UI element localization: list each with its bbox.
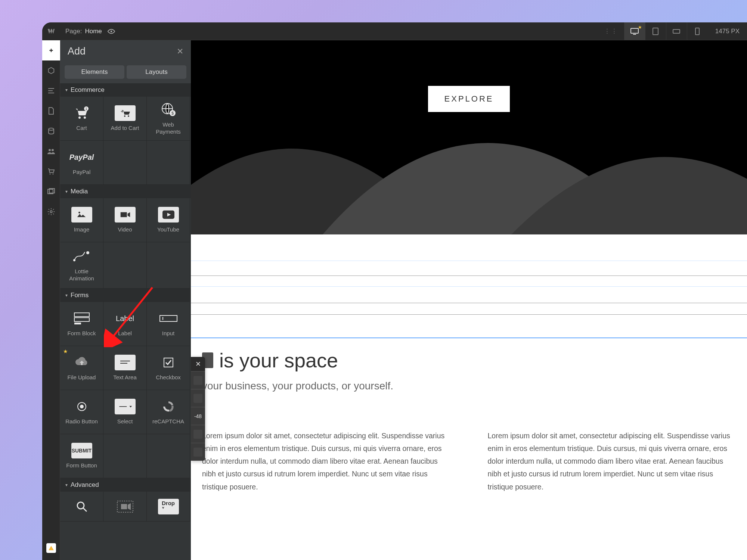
navigator-icon[interactable] — [42, 81, 60, 101]
section-ecommerce[interactable]: Ecommerce — [60, 83, 191, 97]
svg-rect-28 — [120, 212, 127, 217]
close-icon[interactable]: ✕ — [177, 47, 183, 56]
breakpoint-desktop[interactable]: ★ — [624, 22, 645, 40]
svg-rect-33 — [74, 318, 89, 321]
swatch[interactable] — [193, 376, 202, 385]
tile-file-upload[interactable]: ★ File Upload — [60, 346, 103, 390]
breakpoint-mobile[interactable] — [687, 22, 708, 40]
explore-button[interactable]: EXPLORE — [428, 86, 510, 112]
submit-button-icon: SUBMIT — [71, 443, 92, 458]
text-columns[interactable]: Lorem ipsum dolor sit amet, consectetur … — [191, 392, 747, 493]
svg-rect-4 — [673, 29, 680, 33]
label-icon: Label — [115, 311, 136, 326]
canvas[interactable]: placeholder EXPLORE is your space your b… — [191, 40, 747, 560]
svg-text:$: $ — [171, 111, 173, 115]
drag-handle-icon[interactable]: ⋮⋮ — [598, 27, 624, 35]
tile-empty — [103, 434, 147, 478]
search-icon — [71, 499, 92, 514]
symbols-icon[interactable] — [42, 60, 60, 81]
cart-icon: 1 — [71, 105, 92, 121]
assets-icon[interactable] — [42, 181, 60, 202]
about-title[interactable]: is your space — [219, 349, 338, 372]
webflow-logo-icon[interactable] — [42, 22, 60, 40]
tile-image[interactable]: Image — [60, 198, 103, 242]
tile-search[interactable] — [60, 492, 103, 522]
topbar: Page: Home ⋮⋮ ★ 1475 PX — [42, 22, 747, 40]
svg-point-15 — [78, 116, 81, 119]
swatch[interactable] — [193, 448, 202, 457]
tile-recaptcha[interactable]: reCAPTCHA — [147, 390, 190, 434]
tile-empty — [147, 242, 190, 289]
left-toolbar — [42, 40, 60, 560]
tile-video[interactable]: Video — [103, 198, 147, 242]
image-icon — [71, 207, 92, 223]
tile-form-button[interactable]: SUBMIT Form Button — [60, 434, 103, 478]
svg-rect-48 — [121, 504, 127, 509]
section-media[interactable]: Media — [60, 185, 191, 198]
svg-point-9 — [52, 149, 54, 151]
svg-rect-5 — [695, 28, 699, 35]
ecommerce-icon[interactable] — [42, 161, 60, 181]
breakpoint-mobile-landscape[interactable] — [666, 22, 687, 40]
form-block-icon — [71, 311, 92, 326]
radio-icon — [71, 399, 92, 414]
hero-section[interactable]: placeholder EXPLORE — [191, 40, 747, 234]
select-icon — [115, 399, 136, 414]
section-forms[interactable]: Forms — [60, 289, 191, 302]
add-elements-icon[interactable] — [42, 40, 60, 60]
breakpoint-tablet[interactable] — [645, 22, 666, 40]
pages-icon[interactable] — [42, 101, 60, 121]
svg-line-46 — [83, 508, 87, 511]
close-icon[interactable]: ✕ — [191, 357, 205, 371]
video-icon — [115, 207, 136, 223]
page-selector[interactable]: Page: Home — [60, 22, 107, 40]
text-area-icon — [115, 355, 136, 370]
audit-icon[interactable] — [42, 540, 60, 560]
section-advanced[interactable]: Advanced — [60, 478, 191, 492]
page-prefix: Page: — [65, 28, 82, 35]
tile-label[interactable]: Label Label — [103, 302, 147, 346]
tile-add-to-cart[interactable]: + Add to Cart — [103, 97, 147, 141]
svg-point-14 — [50, 211, 52, 213]
tile-paypal[interactable]: PayPal PayPal — [60, 141, 103, 185]
svg-point-10 — [49, 174, 50, 175]
tile-input[interactable]: Input — [147, 302, 190, 346]
settings-icon[interactable] — [42, 202, 60, 222]
tile-empty — [147, 141, 190, 185]
dropdown-icon: Drop ˅ — [158, 499, 179, 514]
svg-point-19 — [124, 115, 125, 117]
cms-icon[interactable] — [42, 121, 60, 141]
swatch[interactable] — [193, 430, 202, 439]
tile-checkbox[interactable]: Checkbox — [147, 346, 190, 390]
tile-radio[interactable]: Radio Button — [60, 390, 103, 434]
tile-lottie[interactable]: Lottie Animation — [60, 242, 103, 289]
page-name: Home — [85, 28, 102, 35]
about-subtitle[interactable]: your business, your products, or yoursel… — [191, 372, 747, 392]
tile-web-payments[interactable]: $ Web Payments — [147, 97, 190, 141]
tile-select[interactable]: Select — [103, 390, 147, 434]
svg-point-26 — [78, 212, 80, 214]
tab-layouts[interactable]: Layouts — [127, 65, 186, 79]
swatch[interactable] — [193, 394, 202, 403]
tile-embed[interactable] — [103, 492, 147, 522]
svg-rect-3 — [653, 28, 658, 35]
svg-point-45 — [77, 502, 84, 509]
selected-section-outline[interactable] — [191, 261, 747, 287]
lorem-left[interactable]: Lorem ipsum dolor sit amet, consectetur … — [202, 429, 450, 493]
svg-point-16 — [84, 116, 86, 119]
tile-cart[interactable]: 1 Cart — [60, 97, 103, 141]
tile-form-block[interactable]: Form Block — [60, 302, 103, 346]
tab-elements[interactable]: Elements — [65, 65, 124, 79]
picker-value[interactable]: -48 — [191, 407, 205, 425]
lorem-right[interactable]: Lorem ipsum dolor sit amet, consectetur … — [488, 429, 736, 493]
tile-text-area[interactable]: Text Area — [103, 346, 147, 390]
viewport-width-readout: 1475 PX — [708, 22, 747, 40]
preview-icon[interactable] — [107, 27, 118, 35]
about-heading-row[interactable]: is your space — [191, 338, 747, 372]
lottie-icon — [71, 249, 92, 264]
tile-dropdown[interactable]: Drop ˅ — [147, 492, 190, 522]
tile-youtube[interactable]: YouTube — [147, 198, 190, 242]
users-icon[interactable] — [42, 141, 60, 161]
svg-rect-32 — [74, 313, 89, 317]
svg-point-30 — [73, 259, 75, 261]
